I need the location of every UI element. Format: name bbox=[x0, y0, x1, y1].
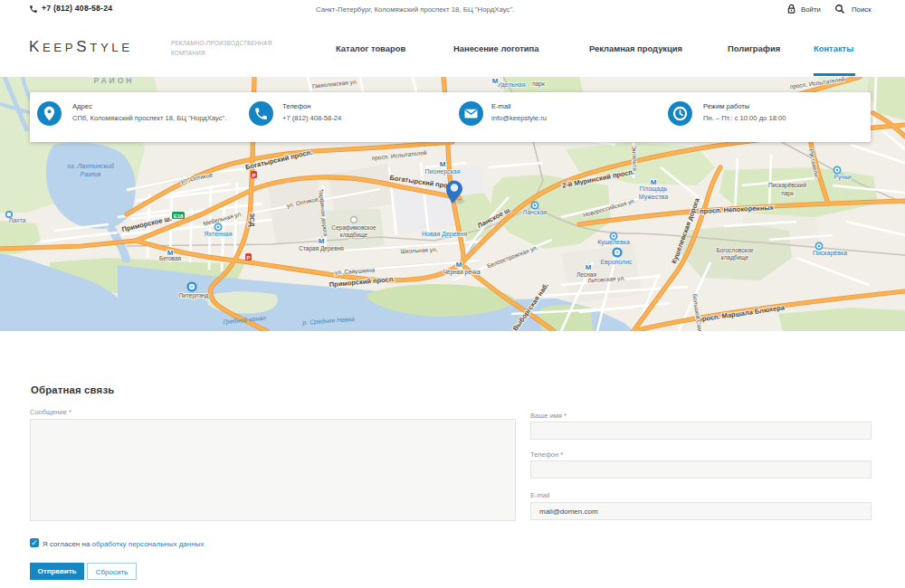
svg-text:Яхтенная: Яхтенная bbox=[205, 231, 233, 237]
svg-text:Ланская: Ланская bbox=[523, 209, 548, 215]
svg-text:E18: E18 bbox=[174, 213, 184, 219]
svg-text:Площадь: Площадь bbox=[640, 185, 668, 193]
svg-text:Пионерская: Пионерская bbox=[425, 168, 461, 175]
svg-text:Пискарёвка: Пискарёвка bbox=[813, 250, 847, 257]
svg-text:Энгельса: Энгельса bbox=[631, 146, 638, 172]
svg-text:Удельная: Удельная bbox=[498, 81, 526, 89]
svg-text:ЗСД: ЗСД bbox=[248, 213, 256, 227]
svg-text:Мужества: Мужества bbox=[639, 194, 668, 201]
svg-text:Пискарёвский: Пискарёвский bbox=[768, 182, 806, 189]
svg-text:М: М bbox=[651, 178, 657, 186]
svg-text:парк: парк bbox=[532, 81, 545, 88]
svg-text:кладбище: кладбище bbox=[340, 232, 368, 239]
svg-text:Питерлэнд: Питерлэнд bbox=[179, 292, 209, 299]
svg-text:РАЙОН: РАЙОН bbox=[94, 77, 135, 85]
svg-text:Богословское: Богословское bbox=[716, 247, 754, 253]
svg-text:Ручьи: Ручьи bbox=[834, 174, 851, 181]
svg-text:кладбище: кладбище bbox=[721, 254, 749, 261]
svg-text:Старая Деревня: Старая Деревня bbox=[299, 245, 344, 252]
svg-text:Европолис: Европолис bbox=[600, 259, 633, 266]
svg-text:P: P bbox=[246, 255, 250, 261]
svg-text:Лесная: Лесная bbox=[576, 271, 596, 278]
svg-text:М: М bbox=[456, 261, 462, 269]
svg-text:Лахта: Лахта bbox=[9, 217, 26, 223]
svg-text:P: P bbox=[252, 173, 255, 178]
svg-text:Серафимовское: Серафимовское bbox=[331, 224, 376, 232]
svg-text:М: М bbox=[586, 263, 592, 271]
svg-text:парк: парк bbox=[781, 190, 794, 197]
svg-text:М: М bbox=[440, 160, 446, 168]
svg-text:М: М bbox=[492, 77, 499, 85]
svg-text:Разлив: Разлив bbox=[80, 171, 100, 177]
svg-text:оз. Лахтинский: оз. Лахтинский bbox=[67, 163, 113, 169]
svg-text:М: М bbox=[167, 249, 174, 257]
svg-text:Чёрная речка: Чёрная речка bbox=[443, 269, 480, 276]
svg-text:М: М bbox=[319, 237, 325, 245]
svg-text:Новая Деревня: Новая Деревня bbox=[422, 231, 467, 238]
